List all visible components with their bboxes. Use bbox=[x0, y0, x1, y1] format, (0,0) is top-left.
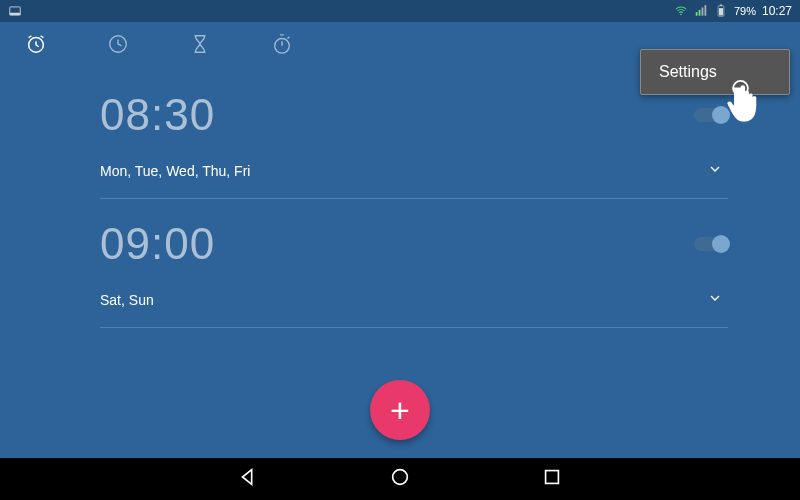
hourglass-icon bbox=[189, 33, 211, 59]
alarm-list: 08:30 Mon, Tue, Wed, Thu, Fri 09:00 Sat,… bbox=[0, 70, 800, 458]
tab-alarm[interactable] bbox=[16, 26, 56, 66]
signal-icon bbox=[694, 4, 708, 19]
svg-rect-9 bbox=[720, 5, 722, 6]
svg-rect-1 bbox=[10, 13, 21, 15]
alarm-item[interactable]: 08:30 Mon, Tue, Wed, Thu, Fri bbox=[100, 70, 728, 199]
nav-back-button[interactable] bbox=[237, 466, 259, 492]
stopwatch-icon bbox=[271, 33, 293, 59]
nav-home-button[interactable] bbox=[389, 466, 411, 492]
alarm-icon bbox=[25, 33, 47, 59]
expand-button[interactable] bbox=[702, 158, 728, 184]
navigation-bar bbox=[0, 458, 800, 500]
alarm-toggle[interactable] bbox=[694, 237, 728, 251]
svg-rect-6 bbox=[704, 6, 706, 17]
svg-point-14 bbox=[393, 470, 408, 485]
svg-rect-8 bbox=[719, 8, 723, 15]
home-icon bbox=[389, 474, 411, 491]
tab-stopwatch[interactable] bbox=[262, 26, 302, 66]
svg-rect-15 bbox=[546, 471, 559, 484]
alarm-time[interactable]: 08:30 bbox=[100, 90, 215, 140]
tab-timer[interactable] bbox=[180, 26, 220, 66]
battery-icon bbox=[714, 4, 728, 19]
add-alarm-button[interactable]: + bbox=[370, 380, 430, 440]
clock-icon bbox=[107, 33, 129, 59]
wifi-icon bbox=[674, 4, 688, 19]
svg-rect-3 bbox=[696, 13, 698, 17]
chevron-down-icon bbox=[707, 161, 723, 181]
alarm-item[interactable]: 09:00 Sat, Sun bbox=[100, 199, 728, 328]
alarm-toggle[interactable] bbox=[694, 108, 728, 122]
alarm-days: Sat, Sun bbox=[100, 292, 154, 308]
alarm-days: Mon, Tue, Wed, Thu, Fri bbox=[100, 163, 250, 179]
plus-icon: + bbox=[390, 393, 410, 427]
expand-button[interactable] bbox=[702, 287, 728, 313]
back-icon bbox=[237, 474, 259, 491]
chevron-down-icon bbox=[707, 290, 723, 310]
battery-percentage: 79% bbox=[734, 5, 756, 17]
alarm-time[interactable]: 09:00 bbox=[100, 219, 215, 269]
recent-apps-icon bbox=[541, 474, 563, 491]
status-bar: 79% 10:27 bbox=[0, 0, 800, 22]
svg-point-2 bbox=[680, 14, 682, 16]
svg-rect-5 bbox=[702, 8, 704, 16]
nav-recent-button[interactable] bbox=[541, 466, 563, 492]
screenshot-icon bbox=[8, 4, 22, 19]
tab-clock[interactable] bbox=[98, 26, 138, 66]
svg-rect-4 bbox=[699, 10, 701, 16]
status-clock: 10:27 bbox=[762, 4, 792, 18]
